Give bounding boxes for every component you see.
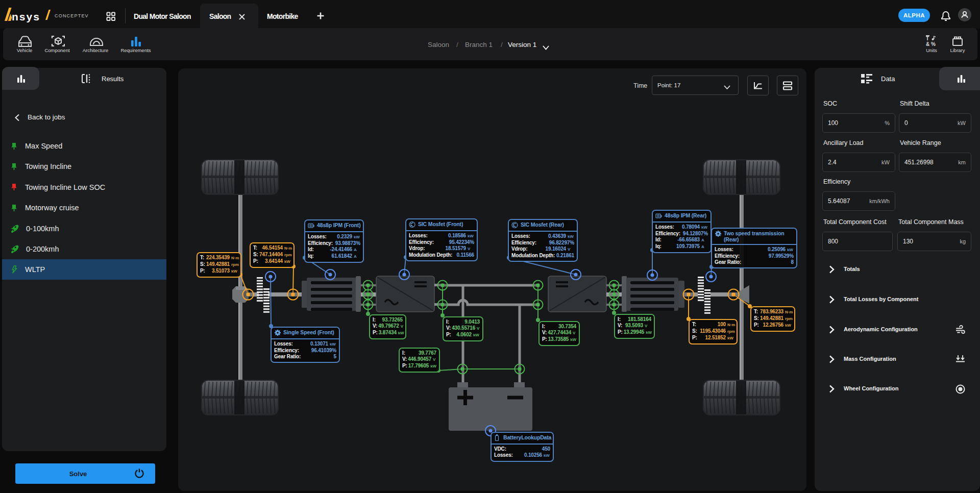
svg-text:T: T (926, 36, 929, 41)
svg-text:nsys: nsys (12, 11, 40, 22)
svg-text:CONCEPTEV: CONCEPTEV (55, 13, 89, 18)
svg-text:&: & (926, 41, 929, 46)
svg-text:%: % (931, 41, 936, 46)
